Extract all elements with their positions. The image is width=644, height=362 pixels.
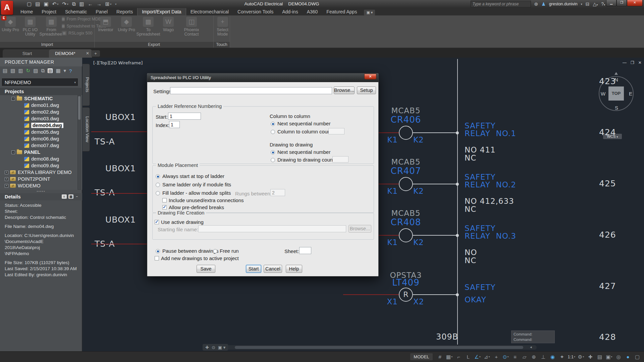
doc-restore-icon[interactable]: ❐	[631, 60, 634, 65]
tree-item-demo07-dwg[interactable]: demo07.dwg	[0, 142, 82, 149]
zoom-icon[interactable]: ⊙	[212, 345, 215, 350]
setup-button[interactable]: Setup	[357, 86, 376, 94]
doc-minimize-icon[interactable]: —	[623, 60, 627, 65]
tree-item-panel[interactable]: -PANEL	[0, 149, 82, 156]
open-file-icon[interactable]: ▤	[35, 1, 40, 7]
tree-scrollbar[interactable]	[77, 95, 81, 190]
tree-item-point2point[interactable]: +⇄POINT2POINT	[0, 176, 82, 182]
navigation-icon[interactable]: ▣ ▾	[218, 345, 225, 350]
start-input[interactable]	[168, 113, 201, 120]
workspace-tool-icon-dropdown[interactable]: ▾	[110, 3, 111, 6]
minimize-button[interactable]: ▁	[606, 0, 616, 6]
cart-icon[interactable]: ⊟	[586, 1, 590, 7]
always-top-radio[interactable]	[156, 174, 160, 179]
drw-count-radio[interactable]	[271, 158, 275, 162]
forward-icon[interactable]: →	[97, 1, 102, 7]
ribbon-button-phoenix-contact[interactable]: ◫Phoenix Contact	[177, 16, 206, 37]
tree-item-demo03-dwg[interactable]: demo03.dwg	[0, 115, 82, 122]
help-button[interactable]: Help	[286, 265, 302, 273]
collapse-icon[interactable]: -	[11, 150, 15, 154]
lineweight-icon[interactable]: ≡	[511, 353, 519, 360]
ribbon-tab-featured-apps[interactable]: Featured Apps	[322, 8, 361, 15]
ribbon-tab-reports[interactable]: Reports	[112, 8, 137, 15]
close-button[interactable]: ✕	[627, 0, 643, 6]
scrollbar-arrow-icon[interactable]: ◂	[530, 345, 532, 349]
scrollbar-thumb[interactable]	[235, 346, 523, 349]
object-snap-icon[interactable]: ⊙▾	[502, 353, 510, 361]
compass-n[interactable]: N	[614, 77, 618, 82]
sheet-input[interactable]	[299, 247, 311, 254]
object-snap-tracking-icon[interactable]: +	[492, 353, 500, 360]
save-icon[interactable]: ▣	[44, 1, 48, 7]
expand-icon[interactable]: +	[5, 171, 8, 174]
compass-top-face[interactable]: TOP	[608, 86, 624, 101]
file-tab-demo04[interactable]: DEMO04*✕	[49, 49, 92, 58]
grid-icon[interactable]: #	[436, 353, 444, 360]
new-tab-button[interactable]: +	[91, 50, 100, 57]
ribbon-tab-panel[interactable]: Panel	[91, 8, 112, 15]
start-button[interactable]: Start	[246, 265, 261, 273]
redo-icon-dropdown[interactable]: ▾	[67, 3, 68, 6]
back-icon[interactable]: ←	[88, 1, 93, 7]
viewport-controls[interactable]: [-][Top][2D Wireframe]	[93, 60, 143, 65]
refresh-icon[interactable]: ↻	[26, 68, 31, 74]
dialog-close-icon[interactable]: ✕	[364, 74, 376, 79]
properties-icon[interactable]: ▥	[79, 1, 84, 7]
tree-item-demo08-dwg[interactable]: demo08.dwg	[0, 156, 82, 162]
tree-item-demo09-dwg[interactable]: demo09.dwg	[0, 162, 82, 169]
more-dropdown-icon[interactable]: ▾	[64, 68, 66, 74]
dynamic-ucs-icon[interactable]: ⊥	[539, 353, 547, 361]
ribbon-button-select-mode[interactable]: +Select Mode	[214, 16, 231, 37]
pause-between-drawings-radio[interactable]	[156, 249, 160, 253]
restore-button[interactable]: ❐	[616, 0, 627, 6]
tree-item-schematic[interactable]: -SCHEMATIC	[0, 95, 82, 102]
add-new-drawings-checkbox[interactable]	[155, 256, 159, 260]
tree-item-demo06-dwg[interactable]: demo06.dwg	[0, 135, 82, 142]
col-next-sequential-radio[interactable]	[271, 122, 275, 126]
qat-customize-icon[interactable]: ▾	[115, 3, 116, 6]
a360-icon[interactable]: △▾	[593, 1, 598, 7]
fill-ladder-radio[interactable]	[156, 191, 160, 195]
compass-e[interactable]: E	[629, 91, 632, 97]
same-ladder-radio[interactable]	[156, 183, 160, 187]
isodraft-icon[interactable]: ⊿▾	[483, 353, 491, 361]
pan-icon[interactable]: ✚	[205, 345, 209, 350]
compass-w[interactable]: W	[601, 91, 605, 97]
ribbon-tab-import-export-data[interactable]: Import/Export Data	[137, 8, 186, 15]
ribbon-tab-schematic[interactable]: Schematic	[61, 8, 91, 15]
help-icon[interactable]: ?▾	[601, 1, 605, 7]
include-unused-checkbox[interactable]	[162, 198, 167, 202]
wcs-selector[interactable]: WCS ▾	[603, 134, 622, 139]
model-space-button[interactable]: MODEL	[410, 353, 432, 360]
workspace-tool-icon[interactable]: ⊞	[105, 1, 110, 7]
chevron-down-icon[interactable]: ▾	[74, 79, 76, 86]
signin-username[interactable]: greston.dunivin	[549, 2, 578, 6]
ribbon-panel-label-import[interactable]: Import	[0, 42, 94, 48]
ribbon-tab-home[interactable]: Home	[16, 8, 37, 15]
tab-close-icon[interactable]: ✕	[86, 49, 89, 58]
project-wizard-icon[interactable]: ▨	[33, 68, 38, 74]
predefined-breaks-checkbox[interactable]	[162, 205, 167, 209]
use-active-drawing-checkbox[interactable]	[155, 220, 159, 224]
annotation-scale-label[interactable]: 1:1▾	[568, 354, 576, 360]
ribbon-tab-project[interactable]: Project	[37, 8, 61, 15]
file-tab-start[interactable]: Start	[3, 49, 52, 58]
undo-icon[interactable]: ↶	[52, 1, 57, 7]
annotation-visibility-icon[interactable]: ◉	[549, 353, 557, 361]
collapse-icon[interactable]: -	[11, 97, 15, 101]
view-compass[interactable]: TOP N W E S	[599, 76, 634, 111]
ribbon-tab-a360[interactable]: A360	[303, 8, 322, 15]
ribbon-button-from-project-mdb[interactable]: ▦From Project MDB	[62, 17, 94, 21]
dialog-titlebar[interactable]: Spreadsheet to PLC I/O Utility	[147, 73, 378, 82]
details-preview-icon[interactable]: ▦	[68, 194, 73, 199]
tree-item-extra-library-demo[interactable]: +⇄EXTRA LIBRARY DEMO	[0, 169, 82, 176]
clean-screen-icon[interactable]: ▢	[633, 353, 641, 361]
settings-input[interactable]	[170, 87, 332, 94]
doc-close-icon[interactable]: ✕	[638, 60, 642, 65]
cancel-button[interactable]: Cancel	[264, 265, 282, 273]
ribbon-tab-add-ins[interactable]: Add-ins	[278, 8, 302, 15]
quick-properties-icon[interactable]: ▤	[596, 353, 604, 361]
ribbon-button-plc-i-o-utility[interactable]: ▦PLC I/O Utility	[20, 16, 40, 37]
transparency-icon[interactable]: ▱	[521, 353, 529, 361]
ribbon-button-wago[interactable]: WWago	[160, 16, 177, 32]
